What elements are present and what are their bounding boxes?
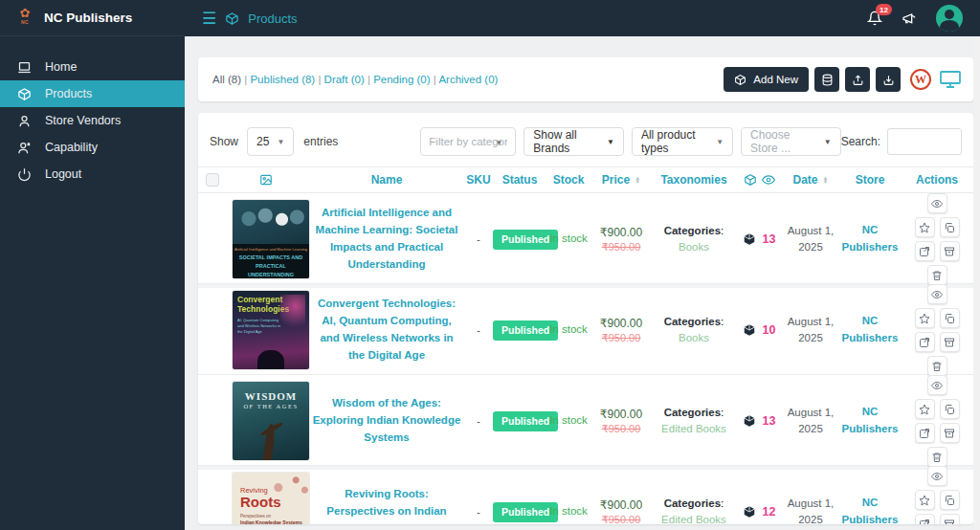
delete-button[interactable] [927, 265, 947, 285]
product-thumbnail[interactable]: Artificial Intelligence and Machine Lear… [233, 200, 309, 278]
product-type-select[interactable]: All product types▼ [632, 127, 733, 156]
product-thumbnail[interactable]: Convergent Technologies AI, Quantum Comp… [233, 291, 309, 369]
store-link[interactable]: NC Publishers [839, 495, 901, 524]
show-label: Show [210, 135, 238, 148]
cube-icon [743, 232, 756, 246]
product-name-link[interactable]: Wisdom of the Ages: Exploring Indian Kno… [309, 395, 464, 446]
filter-draft[interactable]: Draft (0) [324, 74, 365, 85]
header-taxonomies[interactable]: Taxonomies [652, 173, 736, 187]
image-icon [259, 173, 273, 187]
brand-name: NC Publishers [44, 11, 132, 25]
header-stock[interactable]: Stock [546, 173, 590, 187]
user-avatar[interactable] [936, 5, 963, 32]
view-button[interactable] [927, 466, 947, 486]
filter-published[interactable]: Published (8) [250, 74, 315, 85]
announcements-icon[interactable] [902, 11, 917, 26]
archive-button[interactable] [940, 423, 960, 443]
category-link[interactable]: Books [679, 241, 709, 253]
product-name-link[interactable]: Reviving Roots: Perspectives on Indian K… [309, 486, 464, 524]
brand: ✿ NC NC Publishers [0, 0, 185, 36]
product-name-link[interactable]: Convergent Technologies: AI, Quantum Com… [309, 296, 464, 364]
search-input[interactable] [887, 128, 962, 155]
filter-archived[interactable]: Archived (0) [438, 74, 498, 85]
edit-button[interactable] [915, 241, 935, 261]
edit-icon [919, 428, 930, 439]
breadcrumb[interactable]: Products [248, 11, 297, 26]
store-link[interactable]: NC Publishers [839, 313, 901, 347]
archive-button[interactable] [940, 514, 960, 524]
eye-icon [931, 471, 943, 482]
sidebar-item-home[interactable]: Home [0, 54, 185, 80]
table-row: WISDOM OF THE AGES Wisdom of the Ages: E… [198, 375, 973, 466]
feature-button[interactable] [915, 490, 935, 510]
category-link[interactable]: Edited Books [661, 423, 726, 434]
archive-button[interactable] [940, 241, 960, 261]
edit-button[interactable] [915, 332, 935, 352]
cube-icon [17, 87, 32, 101]
header-status[interactable]: Status [493, 173, 546, 187]
sidebar-item-logout[interactable]: Logout [0, 161, 185, 188]
feature-button[interactable] [915, 399, 935, 419]
duplicate-button[interactable] [940, 490, 960, 510]
price: ₹900.00 [590, 498, 652, 512]
stock-count: 10 [736, 323, 782, 337]
filter-pending[interactable]: Pending (0) [373, 74, 430, 85]
scrollbar[interactable] [973, 36, 980, 530]
header-name[interactable]: Name [309, 173, 464, 187]
edit-button[interactable] [915, 423, 935, 443]
header-price[interactable]: Price▲▼ [590, 173, 652, 187]
duplicate-button[interactable] [940, 308, 960, 328]
cube-icon [743, 414, 756, 428]
category-link[interactable]: Edited Books [661, 514, 726, 524]
import-button[interactable] [876, 67, 901, 92]
delete-button[interactable] [927, 447, 947, 467]
store-link[interactable]: NC Publishers [839, 404, 901, 438]
header-sku[interactable]: SKU [464, 173, 493, 187]
feature-button[interactable] [915, 217, 935, 237]
view-button[interactable] [927, 284, 947, 304]
stock-count: 12 [736, 505, 782, 519]
product-name-link[interactable]: Artificial Intelligence and Machine Lear… [309, 205, 464, 273]
cube-icon [734, 74, 746, 86]
stock-count: 13 [736, 414, 782, 428]
product-thumbnail[interactable]: Reviving Roots Perspectives on Indian Kn… [233, 473, 309, 524]
store-link[interactable]: NC Publishers [839, 222, 901, 256]
duplicate-button[interactable] [940, 217, 960, 237]
duplicate-button[interactable] [940, 399, 960, 419]
copy-icon [944, 495, 955, 506]
export-button[interactable] [845, 67, 870, 92]
page-size-select[interactable]: 25▼ [247, 127, 294, 156]
filter-all[interactable]: All (8) [212, 74, 241, 85]
feature-button[interactable] [915, 308, 935, 328]
header-store[interactable]: Store [839, 173, 901, 187]
add-new-button[interactable]: Add New [724, 67, 809, 92]
product-thumbnail[interactable]: WISDOM OF THE AGES [233, 382, 309, 460]
wordpress-icon[interactable]: W [910, 69, 931, 90]
product-sku: - [464, 415, 493, 427]
archive-button[interactable] [940, 332, 960, 352]
old-price: ₹950.00 [590, 241, 652, 254]
storefront-view-button[interactable] [939, 70, 962, 89]
sort-icon: ▲▼ [635, 176, 640, 184]
brands-filter-button[interactable]: Show all Brands▼ [523, 127, 624, 156]
sidebar-item-products[interactable]: Products [0, 80, 185, 107]
category-link[interactable]: Books [679, 332, 709, 343]
menu-toggle-icon[interactable]: ☰ [202, 9, 216, 29]
delete-button[interactable] [927, 356, 947, 376]
sidebar-item-capability[interactable]: Capability [0, 134, 185, 161]
select-all-checkbox[interactable] [206, 173, 219, 187]
product-sku: - [464, 506, 493, 518]
search-label: Search: [841, 135, 880, 148]
view-button[interactable] [927, 375, 947, 395]
bulk-data-button[interactable] [814, 67, 839, 92]
cube-icon [743, 505, 756, 519]
edit-button[interactable] [915, 514, 935, 524]
product-date: August 1, 2025 [782, 223, 839, 256]
sidebar-item-store-vendors[interactable]: Store Vendors [0, 107, 185, 134]
view-button[interactable] [927, 193, 947, 213]
star-icon [919, 313, 930, 324]
database-icon [821, 74, 834, 86]
header-date[interactable]: Date▲▼ [782, 173, 839, 187]
store-filter-select[interactable]: Choose Store ...▼ [741, 127, 841, 156]
notifications-bell-icon[interactable]: 12 [867, 11, 882, 26]
